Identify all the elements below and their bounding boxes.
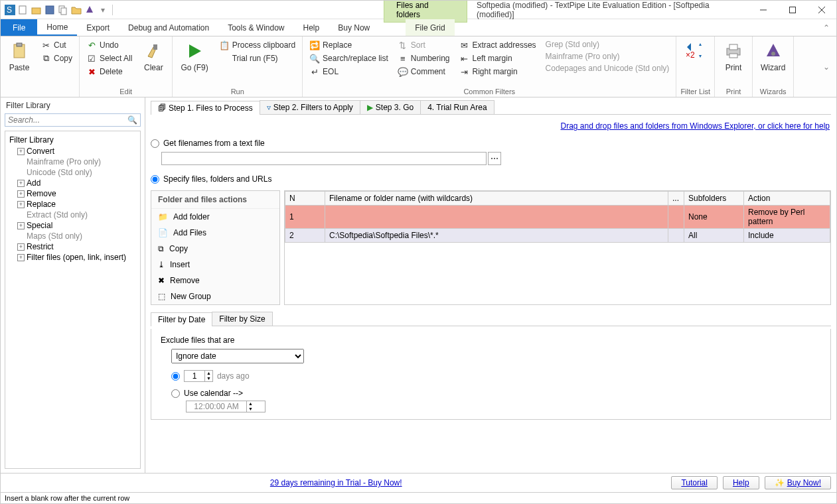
tab-export[interactable]: Export	[77, 19, 119, 36]
left-margin-button[interactable]: ⇤Left margin	[457, 52, 539, 64]
table-row[interactable]: 1NoneRemove by Perl pattern	[285, 206, 830, 229]
time-up-icon[interactable]: ▲	[247, 401, 254, 407]
time-spinner[interactable]: ▲▼	[186, 401, 266, 412]
help-button[interactable]: Help	[723, 476, 759, 489]
tab-filter-size[interactable]: Filter by Size	[212, 312, 272, 326]
tab-filegrid[interactable]: File Grid	[406, 19, 454, 36]
col-dots[interactable]: ...	[668, 192, 684, 206]
tab-step3[interactable]: ▶Step 3. Go	[360, 100, 421, 114]
sort-button[interactable]: ⇅Sort	[395, 39, 453, 51]
minimize-button[interactable]	[749, 1, 778, 19]
table-cell[interactable]	[668, 206, 684, 229]
app-icon[interactable]: S	[5, 5, 15, 15]
tutorial-button[interactable]: Tutorial	[671, 476, 718, 489]
expand-icon[interactable]: +	[17, 190, 25, 198]
spin-up-icon[interactable]: ▲	[205, 371, 212, 376]
paste-button[interactable]: Paste	[5, 39, 34, 86]
tree-item[interactable]: +Restrict	[7, 241, 139, 252]
filter-list-button[interactable]: ×2	[680, 39, 710, 86]
tree-item[interactable]: Maps (Std only)	[7, 231, 139, 241]
radio-days-ago[interactable]	[171, 372, 180, 381]
print-button[interactable]: Print	[719, 39, 748, 86]
tree-item[interactable]: +Add	[7, 178, 139, 188]
tab-file[interactable]: File	[1, 19, 37, 36]
radio-textfile[interactable]	[151, 139, 159, 148]
action-add-files[interactable]: 📄Add Files	[151, 225, 279, 241]
buy-now-button[interactable]: ✨Buy Now!	[765, 476, 831, 489]
replace-button[interactable]: 🔁Replace	[307, 39, 391, 51]
qat-dropdown-icon[interactable]: ▾	[98, 5, 108, 15]
col-sub[interactable]: Subfolders	[684, 192, 744, 206]
new-icon[interactable]	[18, 5, 29, 15]
days-spinner[interactable]: ▲▼	[184, 370, 213, 382]
expand-icon[interactable]: +	[17, 148, 25, 155]
comment-button[interactable]: 💬Comment	[395, 66, 453, 78]
table-row[interactable]: 2C:\Softpedia\Softpedia Files\*.*AllIncl…	[285, 229, 830, 243]
tree-item[interactable]: Unicode (Std only)	[7, 167, 139, 178]
numbering-button[interactable]: ≡Numbering	[395, 52, 453, 64]
radio-specify[interactable]	[151, 175, 159, 184]
action-insert[interactable]: ⤓Insert	[151, 257, 279, 273]
tree-item[interactable]: Extract (Std only)	[7, 210, 139, 220]
extract-button[interactable]: ✉Extract addresses	[457, 39, 539, 51]
search-input[interactable]	[5, 114, 125, 126]
days-input[interactable]	[185, 371, 204, 381]
select-all-button[interactable]: ☑Select All	[84, 52, 135, 64]
tree-item[interactable]: +Remove	[7, 188, 139, 199]
tree-item[interactable]: Mainframe (Pro only)	[7, 157, 139, 167]
clear-button[interactable]: Clear	[139, 39, 168, 86]
tab-filter-date[interactable]: Filter by Date	[151, 312, 212, 326]
table-cell[interactable]: 2	[285, 229, 325, 243]
table-cell[interactable]: 1	[285, 206, 325, 229]
delete-button[interactable]: ✖Delete	[84, 66, 135, 78]
trial-link[interactable]: 29 days remaining in Trial - Buy Now!	[270, 478, 402, 487]
action-copy[interactable]: ⧉Copy	[151, 241, 279, 257]
tab-step4[interactable]: 4. Trial Run Area	[420, 100, 494, 114]
folder-icon[interactable]	[71, 5, 82, 15]
textfile-path-input[interactable]	[161, 152, 487, 165]
table-cell[interactable]: Include	[744, 229, 830, 243]
table-cell[interactable]: All	[684, 229, 744, 243]
tree-item[interactable]: +Filter files (open, link, insert)	[7, 252, 139, 263]
trial-run-button[interactable]: Trial run (F5)	[216, 52, 298, 64]
expand-icon[interactable]: +	[17, 243, 25, 251]
col-name[interactable]: Filename or folder name (with wildcards)	[325, 192, 668, 206]
expand-icon[interactable]: +	[17, 254, 25, 261]
search-replace-button[interactable]: 🔍Search/replace list	[307, 52, 391, 64]
expand-icon[interactable]: +	[17, 222, 25, 229]
collapse-ribbon-icon[interactable]: ⌃	[816, 19, 836, 36]
tab-tools[interactable]: Tools & Window	[218, 19, 293, 36]
table-cell[interactable]	[668, 229, 684, 243]
save-icon[interactable]	[44, 5, 55, 15]
col-action[interactable]: Action	[744, 192, 830, 206]
time-input[interactable]	[187, 401, 246, 412]
maximize-button[interactable]	[778, 1, 807, 19]
tree-item[interactable]: +Special	[7, 220, 139, 231]
tree-item[interactable]: +Convert	[7, 146, 139, 157]
exclude-select[interactable]: Ignore date	[171, 349, 304, 363]
tab-step1[interactable]: 🗐Step 1. Files to Process	[151, 101, 260, 115]
table-cell[interactable]: C:\Softpedia\Softpedia Files\*.*	[325, 229, 668, 243]
process-clipboard-button[interactable]: 📋Process clipboard	[216, 39, 298, 51]
undo-button[interactable]: ↶Undo	[84, 39, 135, 51]
expand-icon[interactable]: +	[17, 201, 25, 208]
browse-button[interactable]: ⋯	[488, 152, 501, 165]
search-icon[interactable]: 🔍	[125, 115, 140, 125]
expand-icon[interactable]: +	[17, 180, 25, 187]
table-cell[interactable]	[325, 206, 668, 229]
table-cell[interactable]: Remove by Perl pattern	[744, 206, 830, 229]
right-margin-button[interactable]: ⇥Right margin	[457, 66, 539, 78]
wizard-button[interactable]: Wizard	[757, 39, 789, 86]
cut-button[interactable]: ✂Cut	[38, 39, 75, 51]
tab-step2[interactable]: ▿Step 2. Filters to Apply	[260, 100, 360, 114]
action-add-folder[interactable]: 📁Add folder	[151, 209, 279, 225]
col-n[interactable]: N	[285, 192, 325, 206]
tab-help[interactable]: Help	[294, 19, 329, 36]
tab-home[interactable]: Home	[37, 19, 77, 36]
go-button[interactable]: Go (F9)	[177, 39, 212, 86]
open-icon[interactable]	[31, 5, 42, 15]
table-cell[interactable]: None	[684, 206, 744, 229]
ribbon-more-icon[interactable]: ⌄	[816, 36, 836, 97]
eol-button[interactable]: ↵EOL	[307, 66, 391, 78]
wizard-hat-icon[interactable]	[84, 5, 95, 15]
